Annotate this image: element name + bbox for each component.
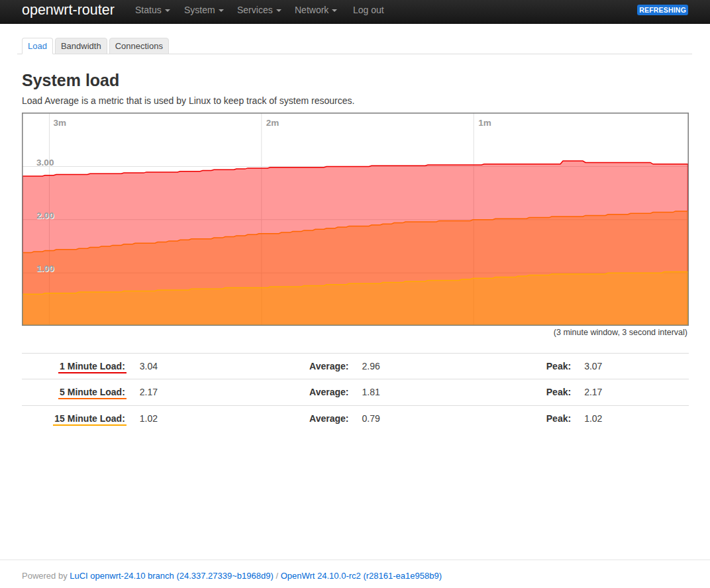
svg-text:1m: 1m: [478, 118, 491, 128]
svg-text:1.00: 1.00: [36, 264, 54, 273]
svg-text:2.00: 2.00: [36, 211, 54, 220]
svg-text:3.00: 3.00: [36, 158, 54, 168]
svg-text:3m: 3m: [54, 118, 67, 128]
svg-text:2m: 2m: [266, 118, 279, 128]
